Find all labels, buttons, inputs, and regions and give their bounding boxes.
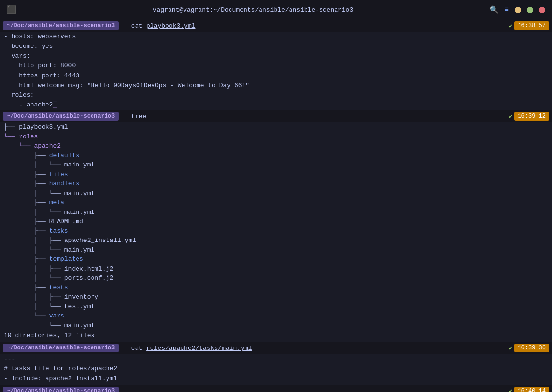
tree-line: ├── defaults <box>4 151 548 161</box>
tree-line: │ └── main.yml <box>4 208 548 217</box>
tree-line: │ └── ports.conf.j2 <box>4 273 548 283</box>
output-line: vars: <box>4 51 548 61</box>
output-3: --- # tasks file for roles/apache2 - inc… <box>0 354 552 383</box>
output-1: - hosts: webservers become: yes vars: ht… <box>0 32 552 110</box>
output-line: # tasks file for roles/apache2 <box>4 364 548 374</box>
close-button[interactable] <box>539 7 545 13</box>
output-line: become: yes <box>4 42 548 51</box>
tree-line: └── vars <box>4 311 548 321</box>
titlebar-title: vagrant@vagrant:~/Documents/ansible/ansi… <box>153 6 353 14</box>
terminal-content: ~/Doc/ansible/ansible-scenario3 cat play… <box>0 19 552 392</box>
output-line: - hosts: webservers <box>4 32 548 42</box>
output-line: - include: apache2_install.yml <box>4 374 548 384</box>
prompt-3-cmd: cat roles/apache2/tasks/main.yml <box>123 345 252 352</box>
tree-line: └── roles <box>4 132 548 142</box>
checkmark-1: ✔ <box>509 22 512 30</box>
menu-icon[interactable]: ≡ <box>505 6 509 14</box>
time-badge-1: 16:38:57 <box>514 21 549 30</box>
prompt-4-path: ~/Doc/ansible/ansible-scenario3 <box>3 387 119 392</box>
prompt-2-time: ✔ 16:39:12 <box>509 112 549 121</box>
time-badge-3: 16:39:36 <box>514 344 549 352</box>
prompt-2-cmd: tree <box>123 113 146 120</box>
titlebar-controls: 🔍 ≡ <box>490 5 545 15</box>
prompt-1-cmd: cat playbook3.yml <box>123 22 195 30</box>
prompt-3-path: ~/Doc/ansible/ansible-scenario3 <box>3 344 119 352</box>
tree-line: ├── playbook3.yml <box>4 122 548 132</box>
tree-line: ├── templates <box>4 255 548 264</box>
prompt-4-cmd <box>123 387 127 392</box>
time-badge-4: 16:40:14 <box>514 387 549 392</box>
tree-line: ├── tasks <box>4 226 548 236</box>
tree-line: │ └── main.yml <box>4 189 548 198</box>
prompt-4-time: ✔ 16:40:14 <box>509 387 549 392</box>
checkmark-3: ✔ <box>509 345 512 352</box>
prompt-2-path: ~/Doc/ansible/ansible-scenario3 <box>3 112 119 121</box>
tree-line: │ └── main.yml <box>4 245 548 255</box>
output-line: html_welcome_msg: "Hello 90DaysOfDevOps … <box>4 81 548 90</box>
tree-output: ├── playbook3.yml └── roles └── apache2 … <box>0 122 552 330</box>
maximize-button[interactable] <box>527 7 533 13</box>
output-line: --- <box>4 354 548 364</box>
prompt-4: ~/Doc/ansible/ansible-scenario3 ✔ 16:40:… <box>0 385 552 392</box>
tree-summary: 10 directories, 12 files <box>0 331 552 341</box>
prompt-1-time: ✔ 16:38:57 <box>509 21 549 30</box>
tree-line: └── main.yml <box>4 321 548 331</box>
tree-line: ├── files <box>4 170 548 180</box>
prompt-3-time: ✔ 16:39:36 <box>509 344 549 352</box>
output-line: roles: <box>4 90 548 100</box>
tree-line: │ ├── index.html.j2 <box>4 264 548 274</box>
tree-line: │ ├── apache2_install.yml <box>4 236 548 245</box>
prompt-1: ~/Doc/ansible/ansible-scenario3 cat play… <box>0 19 552 32</box>
time-badge-2: 16:39:12 <box>514 112 549 121</box>
tree-line: │ ├── inventory <box>4 292 548 302</box>
output-line: http_port: 8000 <box>4 61 548 71</box>
tree-line: ├── tests <box>4 283 548 293</box>
minimize-button[interactable] <box>515 7 521 13</box>
terminal-window: ⬛ vagrant@vagrant:~/Documents/ansible/an… <box>0 0 552 392</box>
prompt-1-path: ~/Doc/ansible/ansible-scenario3 <box>3 21 119 30</box>
tree-line: ├── handlers <box>4 179 548 189</box>
checkmark-2: ✔ <box>509 113 512 120</box>
checkmark-4: ✔ <box>509 387 512 392</box>
tree-line: │ └── test.yml <box>4 302 548 312</box>
prompt-3: ~/Doc/ansible/ansible-scenario3 cat role… <box>0 342 552 354</box>
tree-line: │ └── main.yml <box>4 160 548 170</box>
terminal-icon: ⬛ <box>7 5 16 15</box>
search-icon[interactable]: 🔍 <box>490 5 499 15</box>
titlebar-left: ⬛ <box>7 5 16 15</box>
tree-line: ├── meta <box>4 198 548 208</box>
output-line: https_port: 4443 <box>4 71 548 81</box>
tree-line: └── apache2 <box>4 141 548 151</box>
output-line: - apache2█ <box>4 100 548 110</box>
tree-line: ├── README.md <box>4 217 548 226</box>
prompt-2: ~/Doc/ansible/ansible-scenario3 tree ✔ 1… <box>0 110 552 122</box>
titlebar: ⬛ vagrant@vagrant:~/Documents/ansible/an… <box>0 0 552 19</box>
directory-count: 10 directories, 12 files <box>4 331 548 341</box>
